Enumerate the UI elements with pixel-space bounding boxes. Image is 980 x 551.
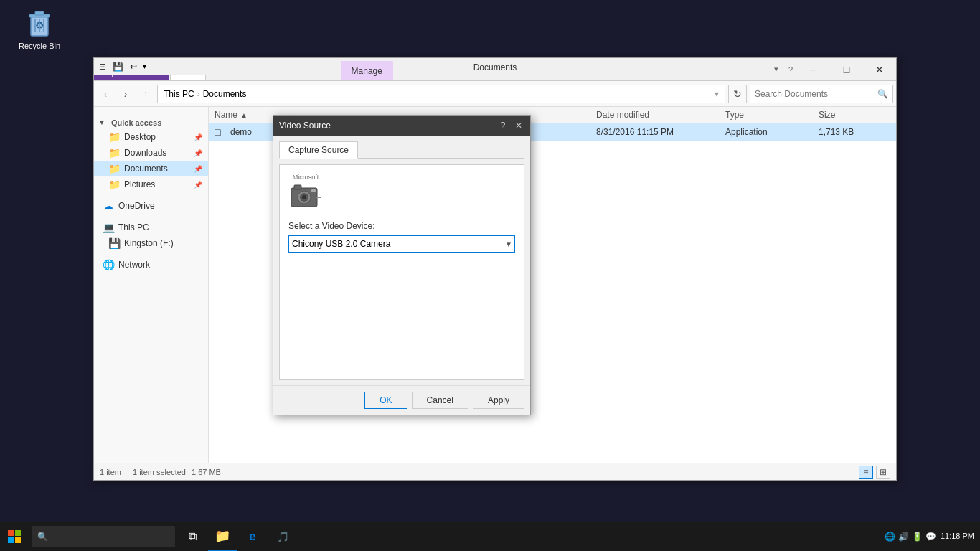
large-icons-view-button[interactable]: ⊞	[876, 466, 890, 479]
pin-icon-pictures: 📌	[194, 181, 202, 189]
back-button[interactable]: ‹	[97, 85, 114, 103]
selected-count: 1 item selected	[133, 468, 186, 476]
column-size[interactable]: Size	[819, 110, 890, 120]
minimize-button[interactable]: ─	[797, 58, 830, 81]
quick-access-collapse-icon[interactable]: ▾	[100, 118, 104, 127]
help-btn[interactable]: ?	[784, 65, 797, 74]
tab-manage[interactable]: Manage	[341, 61, 393, 80]
svg-rect-12	[311, 189, 316, 192]
sidebar: ▾ Quick access 📁 Desktop 📌 📁 Downloads 📌	[94, 107, 209, 463]
task-view-button[interactable]: ⧉	[178, 522, 207, 551]
column-date[interactable]: Date modified	[596, 110, 725, 120]
taskbar-right-area: 🌐 🔊 🔋 💬 11:18 PM	[885, 522, 980, 551]
sidebar-item-desktop[interactable]: 📁 Desktop 📌	[94, 129, 208, 145]
svg-rect-11	[294, 185, 301, 189]
path-segment-thispc[interactable]: This PC	[164, 89, 194, 99]
svg-rect-14	[8, 530, 14, 536]
ok-button[interactable]: OK	[364, 392, 407, 409]
sidebar-item-downloads[interactable]: 📁 Downloads 📌	[94, 145, 208, 161]
pin-icon-documents: 📌	[194, 165, 202, 173]
downloads-folder-icon: 📁	[108, 147, 120, 159]
notification-tray-icon[interactable]: 💬	[925, 532, 936, 542]
details-view-button[interactable]: ≡	[859, 466, 873, 479]
apply-button[interactable]: Apply	[473, 392, 524, 409]
file-explorer-taskbar-button[interactable]: 📁	[208, 522, 237, 551]
view-controls: ≡ ⊞	[859, 466, 890, 479]
battery-tray-icon[interactable]: 🔋	[912, 532, 923, 542]
onedrive-section: ☁ OneDrive	[94, 195, 208, 217]
address-bar: ‹ › ↑ This PC › Documents ▾ ↻ 🔍	[94, 81, 896, 107]
thispc-section: 💻 This PC 💾 Kingston (F:)	[94, 217, 208, 254]
recycle-bin-icon[interactable]: ♻ Recycle Bin	[14, 7, 65, 50]
close-button[interactable]: ✕	[863, 58, 896, 81]
qat-dropdown-icon[interactable]: ▾	[141, 61, 148, 72]
up-button[interactable]: ↑	[137, 85, 154, 103]
dialog-title-bar: Video Source ? ✕	[273, 116, 530, 136]
dialog-tab-bar: Capture Source	[279, 141, 524, 159]
file-app-icon: □	[215, 126, 226, 138]
qat-undo-icon[interactable]: ↩	[128, 60, 139, 73]
svg-rect-2	[35, 11, 44, 15]
refresh-button[interactable]: ↻	[728, 85, 747, 103]
ribbon-collapse-btn[interactable]: ▾	[768, 65, 784, 74]
forward-button[interactable]: ›	[117, 85, 134, 103]
dialog-body: Capture Source Microsoft	[273, 136, 530, 385]
selected-size: 1.67 MB	[192, 468, 221, 476]
device-select-wrapper[interactable]: Chicony USB 2.0 Camera ▼	[288, 235, 515, 253]
taskbar-app-icons: ⧉ 📁 e 🎵	[178, 522, 297, 551]
taskbar-search-box[interactable]: 🔍	[32, 526, 175, 547]
network-section: 🌐 Network	[94, 254, 208, 276]
sidebar-item-onedrive[interactable]: ☁ OneDrive	[94, 198, 208, 214]
dialog-content: Microsoft Select a Video D	[279, 164, 524, 380]
recycle-bin-label: Recycle Bin	[19, 42, 60, 50]
file-date: 8/31/2016 11:15 PM	[596, 127, 725, 137]
sidebar-item-kingston[interactable]: 💾 Kingston (F:)	[94, 235, 208, 251]
device-select[interactable]: Chicony USB 2.0 Camera	[288, 235, 515, 253]
column-type[interactable]: Type	[725, 110, 819, 120]
sidebar-item-thispc[interactable]: 💻 This PC	[94, 220, 208, 235]
address-path[interactable]: This PC › Documents ▾	[157, 85, 725, 103]
onedrive-icon: ☁	[103, 200, 114, 212]
qat-properties-icon[interactable]: ⊟	[97, 60, 108, 73]
quick-access-section: ▾ Quick access 📁 Desktop 📌 📁 Downloads 📌	[94, 113, 208, 195]
dialog-button-row: OK Cancel Apply	[273, 385, 530, 415]
svg-text:♻: ♻	[35, 19, 44, 31]
video-source-dialog: Video Source ? ✕ Capture Source Microsof…	[273, 115, 531, 415]
quick-access-toolbar: ⊟ 💾 ↩ ▾	[94, 58, 338, 75]
network-tray-icon[interactable]: 🌐	[885, 532, 895, 542]
start-button[interactable]	[0, 522, 29, 551]
camera-icon	[288, 181, 323, 209]
sidebar-item-network[interactable]: 🌐 Network	[94, 257, 208, 273]
svg-rect-16	[8, 537, 14, 543]
media-player-taskbar-button[interactable]: 🎵	[268, 522, 297, 551]
dialog-title: Video Source	[279, 121, 497, 131]
svg-point-10	[302, 195, 306, 199]
tab-capture-source[interactable]: Capture Source	[279, 141, 358, 159]
dialog-close-button[interactable]: ✕	[513, 120, 524, 131]
search-input[interactable]	[755, 89, 875, 99]
pin-icon-downloads: 📌	[194, 149, 202, 157]
dialog-title-buttons: ? ✕	[497, 120, 524, 131]
svg-rect-17	[15, 537, 21, 543]
volume-tray-icon[interactable]: 🔊	[898, 532, 909, 542]
sidebar-item-documents[interactable]: 📁 Documents 📌	[94, 161, 208, 176]
dialog-help-button[interactable]: ?	[497, 120, 509, 131]
select-device-label: Select a Video Device:	[288, 221, 515, 231]
edge-taskbar-button[interactable]: e	[238, 522, 267, 551]
pictures-folder-icon: 📁	[108, 179, 120, 190]
search-icon: 🔍	[877, 89, 888, 99]
taskbar-search-icon: 🔍	[37, 532, 48, 542]
system-clock[interactable]: 11:18 PM	[941, 531, 974, 542]
title-bar: ⊟ 💾 ↩ ▾ Application Tools File Home Shar…	[94, 58, 896, 81]
qat-save-icon[interactable]: 💾	[110, 60, 126, 73]
sidebar-item-pictures[interactable]: 📁 Pictures 📌	[94, 176, 208, 192]
maximize-button[interactable]: □	[830, 58, 863, 81]
svg-rect-15	[15, 530, 21, 536]
path-segment-documents[interactable]: Documents	[203, 89, 247, 99]
search-box[interactable]: 🔍	[750, 85, 893, 103]
pin-icon: 📌	[194, 133, 202, 141]
cancel-button[interactable]: Cancel	[412, 392, 468, 409]
status-bar: 1 item 1 item selected 1.67 MB ≡ ⊞	[94, 463, 896, 480]
window-controls: ▾ ? ─ □ ✕	[768, 58, 896, 80]
desktop: ♻ Recycle Bin ⊟ 💾 ↩ ▾ Application Tools …	[0, 0, 980, 551]
